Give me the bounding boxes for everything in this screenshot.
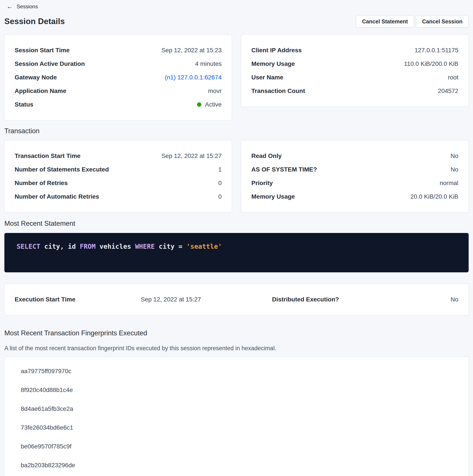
back-arrow-icon: ← xyxy=(7,3,13,10)
gateway-node-link[interactable]: (n1) 127.0.0.1:62674 xyxy=(165,74,222,81)
session-overview-cards: Session Start Time Sep 12, 2022 at 15:23… xyxy=(4,34,469,120)
distributed-execution-label: Distributed Execution? xyxy=(272,296,339,303)
statements-executed-row: Number of Statements Executed 1 xyxy=(15,163,222,176)
user-name-row: User Name root xyxy=(251,71,458,84)
client-ip-row: Client IP Address 127.0.0.1:51175 xyxy=(251,44,458,57)
status-value: Active xyxy=(205,101,222,108)
priority-row: Priority normal xyxy=(251,176,458,190)
back-link-label: Sessions xyxy=(16,3,38,10)
automatic-retries-label: Number of Automatic Retries xyxy=(15,193,99,200)
session-summary-card-left: Session Start Time Sep 12, 2022 at 15:23… xyxy=(4,34,232,120)
session-active-duration-label: Session Active Duration xyxy=(15,60,85,67)
gateway-node-row: Gateway Node (n1) 127.0.0.1:62674 xyxy=(15,71,222,84)
transaction-memory-usage-label: Memory Usage xyxy=(251,193,295,200)
retries-row: Number of Retries 0 xyxy=(15,176,222,190)
status-row: Status Active xyxy=(15,98,222,111)
fingerprint-item: 73fe26034bd6e6c1 xyxy=(21,418,458,437)
sql-text: vehicles xyxy=(96,243,135,250)
fingerprint-item: 8d4ae61a5fb3ce2a xyxy=(21,399,458,418)
distributed-execution-row: Distributed Execution? No xyxy=(272,296,458,303)
session-memory-usage-value: 110.0 KiB/200.0 KiB xyxy=(404,60,458,67)
fingerprint-item: ba2b203b823296de xyxy=(21,456,458,475)
transaction-count-value: 204572 xyxy=(438,87,458,95)
user-name-value: root xyxy=(448,74,458,81)
distributed-execution-value: No xyxy=(451,296,458,303)
as-of-system-time-label: AS OF SYSTEM TIME? xyxy=(251,166,317,173)
fingerprints-card: aa79775ff097970c 8f920c40d88b1c4e 8d4ae6… xyxy=(4,357,469,476)
execution-start-time-label: Execution Start Time xyxy=(15,296,75,303)
transaction-section-title: Transaction xyxy=(4,127,469,135)
fingerprints-section-title: Most Recent Transaction Fingerprints Exe… xyxy=(4,329,469,337)
session-memory-usage-label: Memory Usage xyxy=(251,60,295,67)
back-to-sessions-link[interactable]: ← Sessions xyxy=(7,3,38,10)
transaction-cards: Transaction Start Time Sep 12, 2022 at 1… xyxy=(4,140,469,212)
sql-statement-box: SELECT city, id FROM vehicles WHERE city… xyxy=(4,233,469,272)
retries-value: 0 xyxy=(218,180,222,187)
sql-text: city = xyxy=(155,243,186,250)
session-start-time-label: Session Start Time xyxy=(15,47,70,54)
read-only-row: Read Only No xyxy=(251,149,458,163)
session-memory-usage-row: Memory Usage 110.0 KiB/200.0 KiB xyxy=(251,57,458,71)
cancel-statement-button[interactable]: Cancel Statement xyxy=(356,15,414,28)
execution-start-time-value: Sep 12, 2022 at 15:27 xyxy=(141,296,201,303)
read-only-label: Read Only xyxy=(251,153,281,159)
session-start-time-value: Sep 12, 2022 at 15:23 xyxy=(161,47,222,54)
statement-section-title: Most Recent Statement xyxy=(4,220,469,227)
sql-string: 'seattle' xyxy=(186,243,222,250)
sql-text: city, id xyxy=(40,243,80,250)
session-details-page: ← Sessions Session Details Cancel Statem… xyxy=(0,0,473,476)
transaction-card-left: Transaction Start Time Sep 12, 2022 at 1… xyxy=(4,140,232,212)
retries-label: Number of Retries xyxy=(15,180,68,187)
transaction-count-label: Transaction Count xyxy=(251,87,305,95)
fingerprint-item: 8f920c40d88b1c4e xyxy=(21,381,458,399)
sql-keyword: FROM xyxy=(80,243,96,250)
application-name-label: Application Name xyxy=(15,87,66,95)
session-active-duration-value: 4 minutes xyxy=(195,60,222,67)
application-name-value: movr xyxy=(208,87,222,95)
read-only-value: No xyxy=(451,153,458,159)
fingerprint-item: aa79775ff097970c xyxy=(21,362,458,381)
session-active-duration-row: Session Active Duration 4 minutes xyxy=(15,57,222,71)
client-ip-value: 127.0.0.1:51175 xyxy=(415,47,458,54)
user-name-label: User Name xyxy=(251,74,283,81)
application-name-row: Application Name movr xyxy=(15,84,222,98)
gateway-node-label: Gateway Node xyxy=(15,74,57,81)
client-ip-label: Client IP Address xyxy=(251,47,302,54)
session-summary-card-right: Client IP Address 127.0.0.1:51175 Memory… xyxy=(241,34,469,107)
priority-label: Priority xyxy=(251,180,273,187)
priority-value: normal xyxy=(440,180,458,187)
execution-start-time-row: Execution Start Time Sep 12, 2022 at 15:… xyxy=(15,296,201,303)
sql-keyword: SELECT xyxy=(16,243,40,250)
automatic-retries-value: 0 xyxy=(218,193,222,200)
as-of-system-time-value: No xyxy=(451,166,458,173)
status-label: Status xyxy=(15,101,33,108)
automatic-retries-row: Number of Automatic Retries 0 xyxy=(15,190,222,204)
transaction-start-time-label: Transaction Start Time xyxy=(15,153,81,159)
as-of-system-time-row: AS OF SYSTEM TIME? No xyxy=(251,163,458,176)
statements-executed-value: 1 xyxy=(218,166,222,173)
page-title: Session Details xyxy=(4,17,65,26)
page-header: Session Details Cancel Statement Cancel … xyxy=(4,15,469,28)
transaction-memory-usage-row: Memory Usage 20.0 KiB/20.0 KiB xyxy=(251,190,458,204)
transaction-start-time-row: Transaction Start Time Sep 12, 2022 at 1… xyxy=(15,149,222,163)
fingerprints-description: A list of the most recent transaction fi… xyxy=(4,345,469,352)
transaction-start-time-value: Sep 12, 2022 at 15:27 xyxy=(161,153,222,159)
transaction-card-right: Read Only No AS OF SYSTEM TIME? No Prior… xyxy=(241,140,469,212)
cancel-session-button[interactable]: Cancel Session xyxy=(416,15,469,28)
sql-keyword: WHERE xyxy=(135,243,155,250)
session-start-time-row: Session Start Time Sep 12, 2022 at 15:23 xyxy=(15,44,222,57)
fingerprint-item: be06e9570f785c9f xyxy=(21,437,458,456)
status-badge: Active xyxy=(197,101,222,108)
header-actions: Cancel Statement Cancel Session xyxy=(356,15,469,28)
transaction-memory-usage-value: 20.0 KiB/20.0 KiB xyxy=(410,193,458,200)
execution-summary-card: Execution Start Time Sep 12, 2022 at 15:… xyxy=(4,284,469,315)
statements-executed-label: Number of Statements Executed xyxy=(15,166,109,173)
transaction-count-row: Transaction Count 204572 xyxy=(251,84,458,98)
status-active-dot-icon xyxy=(197,102,201,107)
